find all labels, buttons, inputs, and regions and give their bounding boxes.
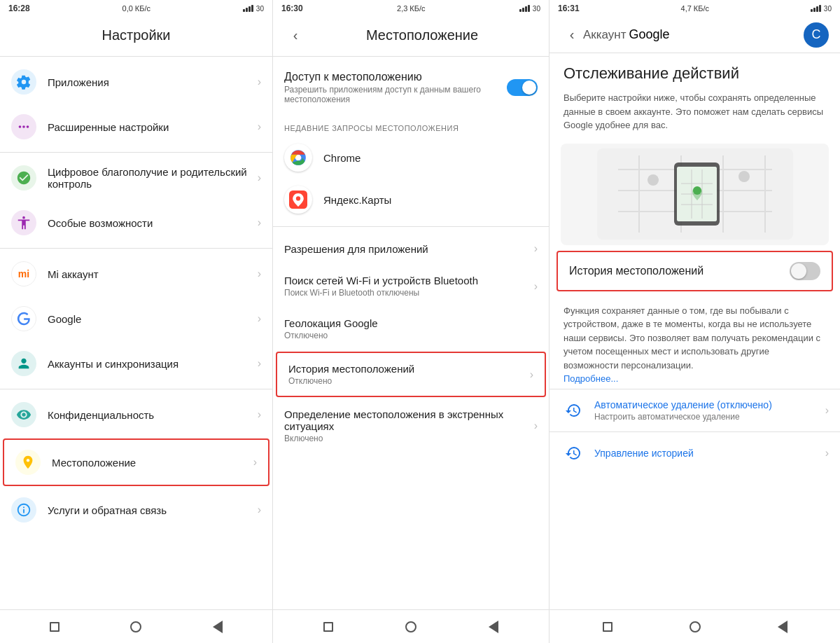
recent-apps-button[interactable]: [45, 617, 64, 637]
location-history-toggle[interactable]: [790, 262, 820, 280]
nav-bar-2: [273, 609, 549, 643]
wifi-title: Поиск сетей Wi-Fi и устройств Bluetooth: [284, 275, 534, 286]
chrome-name: Chrome: [323, 152, 538, 164]
geo-subtitle: Отключено: [284, 331, 538, 340]
emergency-chevron: ›: [534, 420, 538, 432]
permissions-chevron: ›: [534, 242, 538, 255]
activity-section: Отслеживание действий Выберите настройки…: [550, 53, 840, 138]
accounts-label: Аккаунты и синхронизация: [48, 358, 258, 370]
location-icon: [15, 450, 41, 475]
google-back-button[interactable]: ‹: [561, 24, 583, 46]
svg-point-17: [738, 171, 750, 182]
divider-1: [0, 152, 272, 153]
history-row[interactable]: История местоположений Отключено ›: [276, 352, 546, 397]
google-account-header: ‹ Аккаунт Google С: [550, 17, 840, 53]
home-button-2[interactable]: [401, 617, 421, 637]
location-history-row[interactable]: История местоположений: [556, 251, 833, 291]
emergency-row[interactable]: Определение местоположения в экстренных …: [273, 399, 549, 453]
settings-item-advanced[interactable]: Расширенные настройки ›: [0, 104, 272, 149]
svg-point-6: [296, 196, 300, 200]
divider-3: [0, 389, 272, 389]
location-history-label: История местоположений: [569, 265, 790, 277]
privacy-icon: [11, 402, 36, 427]
settings-item-accounts[interactable]: Аккаунты и синхронизация ›: [0, 341, 272, 386]
auto-delete-row[interactable]: Автоматическое удаление (отключено) Наст…: [550, 389, 840, 431]
recent-apps-button-2[interactable]: [318, 617, 338, 637]
accounts-chevron: ›: [258, 357, 261, 370]
auto-delete-icon: [561, 398, 586, 423]
location-content: Доступ к местоположению Разрешить прилож…: [273, 60, 549, 609]
services-icon: [11, 497, 36, 523]
auto-delete-chevron: ›: [825, 404, 829, 417]
manage-history-row[interactable]: Управление историей ›: [550, 431, 840, 474]
auto-delete-subtitle: Настроить автоматическое удаление: [594, 412, 825, 422]
google-icon: [11, 306, 36, 331]
home-button-3[interactable]: [685, 617, 705, 637]
home-icon: [130, 621, 141, 632]
activity-desc: Выберите настройки ниже, чтобы сохранять…: [564, 91, 826, 132]
settings-item-apps[interactable]: Приложения ›: [0, 60, 272, 104]
time-1: 16:28: [8, 4, 30, 13]
status-icons-2: 30: [519, 5, 540, 13]
location-label: Местоположение: [52, 457, 253, 469]
location-info-text: Функция сохраняет данные о том, где вы п…: [550, 296, 840, 389]
yandex-maps-row[interactable]: Яндекс.Карты: [273, 179, 549, 221]
back-icon-2: [489, 621, 498, 633]
apps-chevron: ›: [258, 76, 261, 88]
activity-title: Отслеживание действий: [564, 64, 826, 83]
account-word: Аккаунт: [583, 28, 626, 42]
location-panel: 16:30 2,3 КБ/с 30 ‹ Местоположение Досту…: [273, 0, 550, 643]
signal-icon-1: [243, 5, 253, 12]
svg-point-1: [19, 125, 22, 128]
google-label: Google: [48, 313, 258, 325]
chrome-app-icon: [284, 144, 312, 172]
privacy-label: Конфиденциальность: [48, 409, 258, 421]
settings-item-services[interactable]: Услуги и обратная связь ›: [0, 488, 272, 532]
back-icon-3: [778, 621, 788, 633]
geo-row[interactable]: Геолокация Google Отключено: [273, 307, 549, 350]
services-label: Услуги и обратная связь: [48, 504, 258, 516]
wifi-subtitle: Поиск Wi-Fi и Bluetooth отключены: [284, 288, 534, 298]
settings-item-location[interactable]: Местоположение ›: [3, 438, 270, 486]
wifi-chevron: ›: [534, 280, 538, 293]
account-avatar[interactable]: С: [804, 22, 829, 48]
home-button[interactable]: [126, 617, 146, 637]
status-bar-1: 16:28 0,0 КБ/с 30: [0, 0, 272, 17]
data-speed-1: 0,0 КБ/с: [122, 4, 151, 13]
location-back-button[interactable]: ‹: [284, 24, 307, 46]
time-3: 16:31: [558, 4, 580, 13]
history-title: История местоположений: [288, 363, 530, 375]
manage-history-chevron: ›: [825, 447, 829, 459]
back-button-3[interactable]: [773, 617, 792, 637]
nav-bar-1: [0, 609, 272, 643]
svg-point-15: [648, 174, 659, 186]
home-icon-2: [405, 621, 416, 632]
back-button[interactable]: [208, 617, 227, 637]
learn-more-link[interactable]: Подробнее...: [564, 373, 618, 384]
recent-apps-button-3[interactable]: [598, 617, 617, 637]
back-button-2[interactable]: [484, 617, 503, 637]
settings-item-privacy[interactable]: Конфиденциальность ›: [0, 392, 272, 437]
location-access-row[interactable]: Доступ к местоположению Разрешить прилож…: [273, 60, 549, 116]
settings-item-google[interactable]: Google ›: [0, 296, 272, 341]
google-chevron: ›: [258, 312, 261, 325]
signal-icon-3: [811, 5, 821, 12]
permissions-row[interactable]: Разрешения для приложений ›: [273, 233, 549, 265]
advanced-icon: [11, 114, 36, 139]
settings-item-digital-wellbeing[interactable]: Цифровое благополучие и родительский кон…: [0, 155, 272, 200]
mi-chevron: ›: [258, 268, 261, 280]
location-title: Местоположение: [307, 27, 538, 43]
location-illustration: [597, 148, 793, 240]
status-icons-3: 30: [811, 5, 832, 13]
location-divider-2: [273, 226, 549, 227]
divider-2: [0, 248, 272, 249]
wifi-row[interactable]: Поиск сетей Wi-Fi и устройств Bluetooth …: [273, 265, 549, 307]
location-access-toggle[interactable]: [507, 79, 538, 96]
digital-wellbeing-icon: [11, 165, 36, 191]
settings-item-mi[interactable]: mi Mi аккаунт ›: [0, 251, 272, 296]
settings-item-accessibility[interactable]: Особые возможности ›: [0, 200, 272, 245]
battery-level-1: 30: [256, 5, 264, 13]
chrome-app-row[interactable]: Chrome: [273, 137, 549, 179]
status-icons-1: 30: [243, 5, 264, 13]
emergency-subtitle: Включено: [284, 434, 534, 443]
